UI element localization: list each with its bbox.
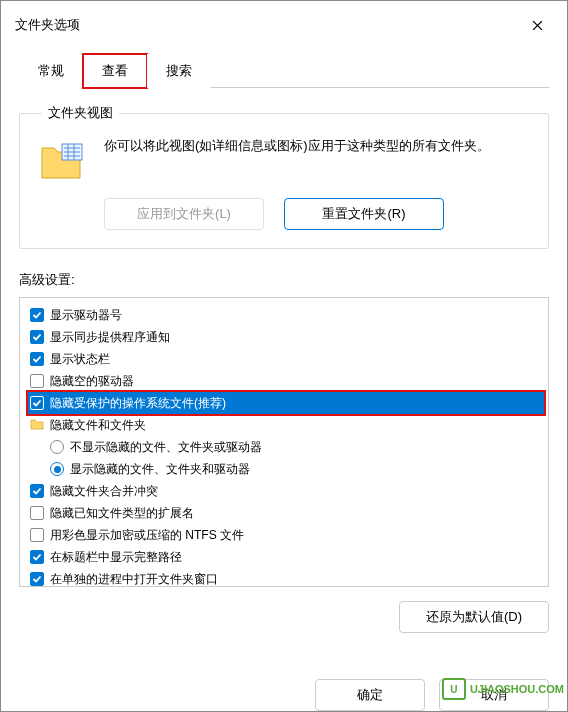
checkbox-icon (30, 550, 44, 564)
list-item-label: 隐藏空的驱动器 (50, 373, 134, 390)
list-item-label: 隐藏受保护的操作系统文件(推荐) (50, 395, 226, 412)
advanced-settings-label: 高级设置: (19, 271, 549, 289)
list-item[interactable]: 隐藏受保护的操作系统文件(推荐) (28, 392, 544, 414)
list-item[interactable]: 显示状态栏 (28, 348, 544, 370)
list-item-label: 在标题栏中显示完整路径 (50, 549, 182, 566)
list-item[interactable]: 不显示隐藏的文件、文件夹或驱动器 (28, 436, 544, 458)
checkbox-icon (30, 506, 44, 520)
watermark-text: UJIAOSHOU.COM (470, 683, 564, 695)
list-item-label: 在单独的进程中打开文件夹窗口 (50, 571, 218, 588)
list-item[interactable]: 隐藏空的驱动器 (28, 370, 544, 392)
checkbox-icon (30, 374, 44, 388)
close-icon (532, 20, 543, 31)
folder-small-icon (30, 418, 44, 433)
folder-icon (40, 140, 86, 182)
ok-button[interactable]: 确定 (315, 679, 425, 711)
list-item[interactable]: 隐藏文件夹合并冲突 (28, 480, 544, 502)
tab-search[interactable]: 搜索 (147, 54, 211, 88)
list-item-label: 隐藏文件夹合并冲突 (50, 483, 158, 500)
apply-to-folders-button[interactable]: 应用到文件夹(L) (104, 198, 264, 230)
dialog-content: 常规 查看 搜索 文件夹视图 你可以将此视图(如详 (1, 49, 567, 667)
titlebar: 文件夹选项 (1, 1, 567, 49)
checkbox-icon (30, 352, 44, 366)
list-item: 隐藏文件和文件夹 (28, 414, 544, 436)
folder-views-group: 文件夹视图 你可以将此视图(如详细信息或图标)应用于这种类型的所有文件夹。 (19, 104, 549, 249)
watermark: U UJIAOSHOU.COM (442, 678, 564, 700)
list-item-label: 不显示隐藏的文件、文件夹或驱动器 (70, 439, 262, 456)
dialog-title: 文件夹选项 (15, 16, 80, 34)
restore-defaults-button[interactable]: 还原为默认值(D) (399, 601, 549, 633)
advanced-settings-list[interactable]: 显示驱动器号显示同步提供程序通知显示状态栏隐藏空的驱动器隐藏受保护的操作系统文件… (19, 297, 549, 587)
list-item[interactable]: 显示驱动器号 (28, 304, 544, 326)
radio-icon (50, 440, 64, 454)
list-item-label: 用彩色显示加密或压缩的 NTFS 文件 (50, 527, 244, 544)
watermark-logo-icon: U (442, 678, 466, 700)
checkbox-icon (30, 330, 44, 344)
list-item-label: 隐藏已知文件类型的扩展名 (50, 505, 194, 522)
checkbox-icon (30, 308, 44, 322)
list-item[interactable]: 在单独的进程中打开文件夹窗口 (28, 568, 544, 587)
checkbox-icon (30, 528, 44, 542)
list-item-label: 显示隐藏的文件、文件夹和驱动器 (70, 461, 250, 478)
list-item-label: 显示状态栏 (50, 351, 110, 368)
tab-view[interactable]: 查看 (83, 54, 147, 88)
list-item[interactable]: 用彩色显示加密或压缩的 NTFS 文件 (28, 524, 544, 546)
list-item-label: 隐藏文件和文件夹 (50, 417, 146, 434)
list-item-label: 显示驱动器号 (50, 307, 122, 324)
list-item[interactable]: 显示同步提供程序通知 (28, 326, 544, 348)
checkbox-icon (30, 484, 44, 498)
tab-general[interactable]: 常规 (19, 54, 83, 88)
close-button[interactable] (521, 11, 553, 39)
checkbox-icon (30, 396, 44, 410)
list-item-label: 显示同步提供程序通知 (50, 329, 170, 346)
tab-bar: 常规 查看 搜索 (19, 53, 549, 88)
list-item[interactable]: 在标题栏中显示完整路径 (28, 546, 544, 568)
reset-folders-button[interactable]: 重置文件夹(R) (284, 198, 444, 230)
radio-icon (50, 462, 64, 476)
folder-options-dialog: 文件夹选项 常规 查看 搜索 文件夹视图 (0, 0, 568, 712)
list-item[interactable]: 隐藏已知文件类型的扩展名 (28, 502, 544, 524)
checkbox-icon (30, 572, 44, 586)
list-item[interactable]: 显示隐藏的文件、文件夹和驱动器 (28, 458, 544, 480)
folder-views-legend: 文件夹视图 (42, 104, 119, 122)
folder-views-desc: 你可以将此视图(如详细信息或图标)应用于这种类型的所有文件夹。 (104, 136, 534, 157)
